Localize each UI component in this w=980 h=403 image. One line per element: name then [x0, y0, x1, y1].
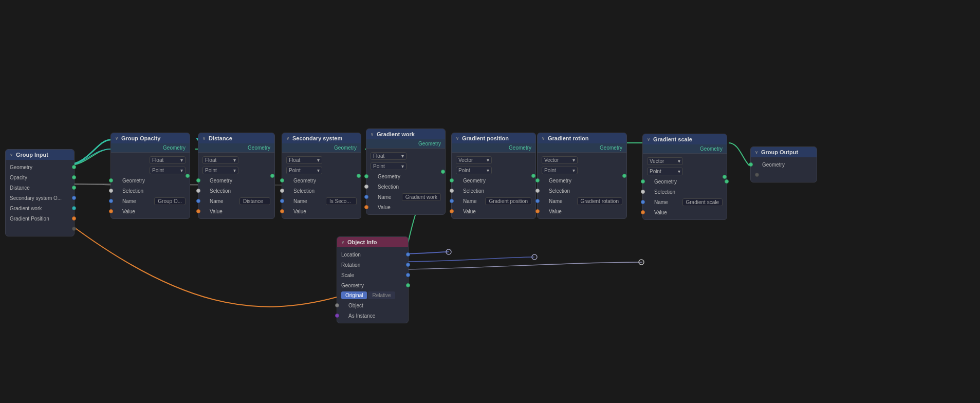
- go-value-socket-in[interactable]: [109, 209, 113, 213]
- go-out-empty-row: [751, 170, 817, 180]
- gi-gradwork-socket-out[interactable]: [72, 206, 76, 210]
- gs-val-label: Value: [649, 210, 723, 215]
- gp-geo-label: Geometry: [458, 178, 531, 184]
- gs-point-dropdown[interactable]: Point ▾: [647, 168, 683, 175]
- gi-geometry-socket-out[interactable]: [72, 165, 76, 169]
- gp-geo-socket-in[interactable]: [450, 178, 454, 182]
- gr-val-socket-in[interactable]: [535, 209, 540, 213]
- grad-scale-header[interactable]: ∨ Gradient scale: [643, 134, 727, 144]
- grad-work-header[interactable]: ∨ Gradient work: [366, 129, 445, 139]
- gs-name-value[interactable]: Gradient scale: [682, 198, 723, 206]
- gp-sel-socket-in[interactable]: [450, 189, 454, 193]
- gr-geo-socket-in[interactable]: [535, 178, 540, 182]
- gp-name-row: Name Gradient position: [452, 196, 535, 206]
- go-out-geo-socket-in[interactable]: [749, 162, 753, 167]
- gw-geo-bar: Geometry: [366, 139, 445, 149]
- sec-sel-label: Selection: [288, 188, 357, 194]
- grad-work-title: Gradient work: [377, 131, 415, 137]
- gw-name-value[interactable]: Gradient work: [402, 193, 441, 201]
- dist-val-socket-in[interactable]: [196, 209, 200, 213]
- go-float-dropdown[interactable]: Float ▾: [150, 156, 186, 164]
- go-out-empty-socket[interactable]: [755, 173, 759, 177]
- oi-location-row: Location: [337, 249, 408, 260]
- dist-sel-socket-in[interactable]: [196, 189, 200, 193]
- gw-point-row: Point ▾: [366, 161, 445, 171]
- dist-name-socket-in[interactable]: [196, 199, 200, 203]
- gp-point-dropdown[interactable]: Point ▾: [456, 167, 492, 174]
- object-info-header[interactable]: ∨ Object Info: [337, 237, 408, 247]
- gw-sel-socket-in[interactable]: [364, 185, 368, 189]
- go-name-value[interactable]: Group O...: [154, 197, 186, 205]
- gs-vec-dropdown[interactable]: Vector ▾: [647, 157, 683, 165]
- gr-val-row: Value: [538, 206, 626, 216]
- go-point-row: Point ▾: [111, 165, 190, 175]
- gr-vec-dropdown[interactable]: Vector ▾: [542, 156, 578, 164]
- grad-pos-header[interactable]: ∨ Gradient position: [452, 133, 535, 143]
- grad-scale-body: Vector ▾ Point ▾ Geometry Selection Name…: [643, 154, 727, 219]
- gw-val-socket-in[interactable]: [364, 205, 368, 209]
- gs-geo-socket-in[interactable]: [641, 179, 645, 184]
- oi-rotation-label: Rotation: [341, 262, 404, 268]
- sec-name-socket-in[interactable]: [280, 199, 284, 203]
- gs-name-socket-in[interactable]: [641, 200, 645, 204]
- group-opacity-header[interactable]: ∨ Group Opacity: [111, 133, 190, 143]
- group-output-header[interactable]: ∨ Group Output: [751, 147, 817, 157]
- go-point-dropdown[interactable]: Point ▾: [150, 167, 186, 174]
- gs-val-socket-in[interactable]: [641, 210, 645, 214]
- gi-secondary-socket-out[interactable]: [72, 196, 76, 200]
- gs-geo-socket-out[interactable]: [725, 179, 729, 184]
- gr-sel-socket-in[interactable]: [535, 189, 540, 193]
- oi-instance-label: As Instance: [343, 313, 404, 319]
- oi-object-socket-in[interactable]: [335, 303, 339, 307]
- gi-distance-socket-out[interactable]: [72, 186, 76, 190]
- distance-header[interactable]: ∨ Distance: [198, 133, 274, 143]
- gw-name-socket-in[interactable]: [364, 195, 368, 199]
- gp-val-socket-in[interactable]: [450, 209, 454, 213]
- dist-geo-socket-in[interactable]: [196, 178, 200, 182]
- oi-geo-socket-out[interactable]: [406, 283, 410, 287]
- oi-scale-socket-out[interactable]: [406, 273, 410, 277]
- oi-instance-socket-in[interactable]: [335, 314, 339, 318]
- oi-rotation-socket-out[interactable]: [406, 263, 410, 267]
- secondary-header[interactable]: ∨ Secondary system: [282, 133, 361, 143]
- sec-geo-socket-in[interactable]: [280, 178, 284, 182]
- gw-point-dropdown[interactable]: Point ▾: [371, 162, 406, 170]
- dist-name-value[interactable]: Distance: [239, 197, 270, 205]
- gi-gradpos-socket-out[interactable]: [72, 216, 76, 221]
- go-sel-socket-in[interactable]: [109, 189, 113, 193]
- gp-name-value[interactable]: Gradient position: [485, 197, 531, 205]
- go-value-row: Value: [111, 206, 190, 216]
- gr-name-value[interactable]: Gradient rotation: [577, 197, 623, 205]
- go-geo-socket-in[interactable]: [109, 178, 113, 182]
- group-opacity-node: ∨ Group Opacity Geometry Float ▾ Point ▾…: [110, 133, 190, 219]
- oi-relative-btn[interactable]: Relative: [368, 291, 395, 299]
- sec-float-row: Float ▾: [282, 155, 361, 165]
- sec-name-value[interactable]: Is Seco...: [326, 197, 357, 205]
- sec-sel-socket-in[interactable]: [280, 189, 284, 193]
- object-info-node: ∨ Object Info Location Rotation Scale Ge…: [337, 236, 409, 323]
- gr-point-dropdown[interactable]: Point ▾: [542, 167, 578, 174]
- grad-rot-header[interactable]: ∨ Gradient rotion: [538, 133, 626, 143]
- go-name-socket-in[interactable]: [109, 199, 113, 203]
- dist-float-dropdown[interactable]: Float ▾: [202, 156, 238, 164]
- dist-point-dropdown[interactable]: Point ▾: [202, 167, 238, 174]
- grad-scale-title: Gradient scale: [653, 136, 692, 142]
- sec-val-socket-in[interactable]: [280, 209, 284, 213]
- gp-vec-dropdown[interactable]: Vector ▾: [456, 156, 492, 164]
- gr-name-socket-in[interactable]: [535, 199, 540, 203]
- gw-float-dropdown[interactable]: Float ▾: [371, 152, 406, 160]
- gs-sel-socket-in[interactable]: [641, 190, 645, 194]
- node-editor-canvas[interactable]: ∨ Group Input Geometry Opacity Distance …: [0, 0, 980, 403]
- gi-empty-socket-out[interactable]: [72, 227, 76, 231]
- oi-location-socket-out[interactable]: [406, 252, 410, 257]
- group-input-node: ∨ Group Input Geometry Opacity Distance …: [5, 149, 75, 236]
- distance-body: Float ▾ Point ▾ Geometry Selection Name …: [198, 153, 274, 218]
- gp-name-socket-in[interactable]: [450, 199, 454, 203]
- sec-float-dropdown[interactable]: Float ▾: [286, 156, 322, 164]
- group-input-header[interactable]: ∨ Group Input: [6, 150, 74, 160]
- gi-opacity-socket-out[interactable]: [72, 175, 76, 179]
- oi-original-btn[interactable]: Original: [341, 291, 367, 299]
- sec-point-dropdown[interactable]: Point ▾: [286, 167, 322, 174]
- gw-geo-socket-in[interactable]: [364, 174, 368, 178]
- dist-point-row: Point ▾: [198, 165, 274, 175]
